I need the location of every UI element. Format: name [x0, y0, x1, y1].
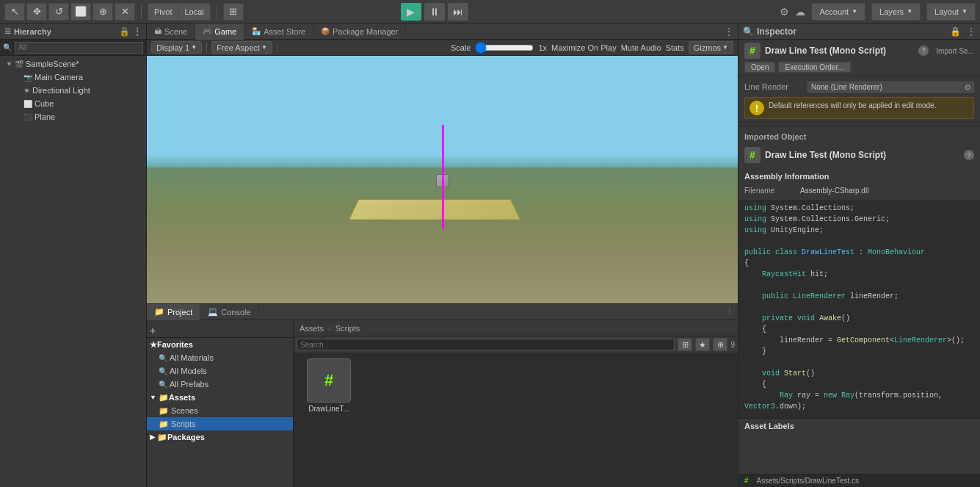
plane-label: Plane — [35, 112, 55, 121]
proj-item-all-prefabs[interactable]: 🔍 All Prefabs — [147, 378, 293, 391]
hier-item-maincamera[interactable]: 📷 Main Camera — [0, 71, 146, 84]
plane-icon: ⬛ — [23, 113, 32, 121]
tool-scale[interactable]: ⬜ — [70, 3, 91, 21]
mute-label[interactable]: Mute Audio — [621, 43, 661, 52]
code-line-5: { — [744, 258, 974, 269]
gear-icon[interactable]: ⚙ — [780, 6, 789, 18]
tab-asset-store[interactable]: 🏪 Asset Store — [244, 24, 313, 40]
asset-drawlinetest[interactable]: # DrawLineT... — [300, 358, 358, 413]
proj-item-all-models[interactable]: 🔍 All Models — [147, 364, 293, 378]
hierarchy-search-input[interactable] — [15, 42, 143, 54]
assets-folder-icon: 📁 — [159, 393, 169, 403]
tool-transform2[interactable]: ✕ — [115, 3, 135, 21]
tab-game[interactable]: 🎮 Game — [195, 24, 244, 40]
filename-key: Filename — [744, 187, 796, 195]
display-dropdown[interactable]: Display 1 ▼ — [151, 41, 202, 54]
favorites-star-icon: ★ — [150, 340, 157, 350]
aspect-dropdown[interactable]: Free Aspect ▼ — [211, 41, 272, 54]
imported-question-icon[interactable]: ? — [964, 150, 974, 160]
stats-label[interactable]: Stats — [666, 43, 684, 52]
tab-scene[interactable]: 🏔 Scene — [147, 24, 195, 40]
samplescene-label: SampleScene* — [26, 59, 79, 68]
toolbar-sep-1 — [206, 43, 207, 53]
hierarchy-panel: ☰ Hierarchy 🔒 ⋮ 🔍 ▼ 🎬 SampleScene* 📷 Mai… — [0, 24, 147, 487]
execution-order-button[interactable]: Execution Order... — [778, 62, 850, 73]
proj-item-scripts[interactable]: 📁 Scripts — [147, 417, 293, 430]
line-renderer-value[interactable]: None (Line Renderer) ⊙ — [807, 82, 974, 93]
project-count: 9 — [730, 341, 735, 349]
hier-item-cube[interactable]: ⬜ Cube — [0, 97, 146, 110]
assets-expand-icon: ▼ — [150, 394, 156, 401]
inspector-title-label: Inspector — [757, 26, 796, 37]
tab-package-manager[interactable]: 📦 Package Manager — [313, 24, 406, 40]
breadcrumb-assets[interactable]: Assets — [300, 324, 324, 333]
tool-transform[interactable]: ↖ — [4, 3, 25, 21]
hierarchy-icon: ☰ — [4, 27, 11, 35]
maximize-label[interactable]: Maximize On Play — [551, 43, 617, 52]
bottom-panel-menu[interactable]: ⋮ — [721, 307, 738, 317]
add-button[interactable]: + — [150, 325, 156, 336]
pause-button[interactable]: ⏸ — [424, 3, 445, 21]
project-tool-2[interactable]: ★ — [695, 338, 710, 351]
open-button[interactable]: Open — [744, 62, 775, 73]
step-button[interactable]: ⏭ — [448, 3, 468, 21]
drawlinetest-label: DrawLineT... — [308, 405, 349, 413]
assembly-section: Assembly Information Filename Assembly-C… — [738, 169, 980, 200]
proj-item-scenes[interactable]: 📁 Scenes — [147, 404, 293, 417]
bottom-tab-console[interactable]: 💻 Console — [200, 304, 258, 320]
local-label[interactable]: Local — [178, 4, 209, 20]
grid-btn[interactable]: ⊞ — [223, 3, 244, 21]
inspector-lock[interactable]: 🔒 — [950, 26, 961, 37]
all-models-icon: 🔍 — [159, 367, 167, 375]
scenes-folder-icon: 📁 — [159, 406, 169, 416]
gizmos-dropdown[interactable]: Gizmos ▼ — [689, 41, 733, 54]
favorites-header[interactable]: ★ Favorites — [147, 338, 293, 351]
line-renderer-picker[interactable]: ⊙ — [965, 83, 970, 91]
packages-header[interactable]: ▶ 📁 Packages — [147, 430, 293, 444]
code-line-3 — [744, 236, 974, 247]
breadcrumb-scripts[interactable]: Scripts — [335, 324, 360, 333]
layers-label: Layers — [879, 7, 904, 16]
imported-object-label: Imported Object — [744, 132, 806, 141]
layers-arrow: ▼ — [907, 8, 912, 15]
assets-header[interactable]: ▼ 📁 Assets — [147, 391, 293, 404]
console-tab-icon: 💻 — [208, 307, 218, 317]
project-tool-1[interactable]: ⊞ — [678, 338, 692, 351]
project-sidebar: + ★ Favorites 🔍 All Materials 🔍 — [147, 320, 294, 487]
samplescene-icon: 🎬 — [15, 60, 23, 68]
play-button[interactable]: ▶ — [401, 3, 421, 21]
code-line-10: private void Awake() — [744, 313, 974, 324]
imported-title-row: # Draw Line Test (Mono Script) ? — [744, 147, 974, 163]
question-icon[interactable]: ? — [918, 46, 929, 56]
layers-dropdown[interactable]: Layers ▼ — [871, 3, 921, 21]
project-search-input[interactable] — [297, 339, 675, 350]
scenes-label: Scenes — [171, 406, 198, 415]
hierarchy-lock[interactable]: 🔒 — [119, 26, 130, 37]
hier-item-samplescene[interactable]: ▼ 🎬 SampleScene* — [0, 57, 146, 71]
tabs-menu-btn[interactable]: ⋮ — [720, 26, 738, 37]
account-dropdown[interactable]: Account ▼ — [811, 3, 865, 21]
code-line-15: void Start() — [744, 368, 974, 379]
hierarchy-menu[interactable]: ⋮ — [133, 26, 142, 37]
hierarchy-tree: ▼ 🎬 SampleScene* 📷 Main Camera ☀ Directi… — [0, 56, 146, 487]
favorites-label: Favorites — [157, 340, 193, 349]
inspector-icon: 🔍 — [743, 26, 754, 37]
inspector-menu[interactable]: ⋮ — [967, 26, 976, 37]
top-right-controls: ⚙ ☁ Account ▼ Layers ▼ Layout ▼ — [780, 3, 976, 21]
pivot-label[interactable]: Pivot — [148, 4, 178, 20]
main-tabs-row: 🏔 Scene 🎮 Game 🏪 Asset Store 📦 Package M… — [147, 24, 738, 40]
bottom-tab-project[interactable]: 📁 Project — [147, 304, 200, 320]
tool-rect[interactable]: ⊕ — [92, 3, 113, 21]
line-renderer-field: Line Render None (Line Renderer) ⊙ — [744, 79, 974, 94]
tool-rotate[interactable]: ↺ — [48, 3, 69, 21]
hier-item-plane[interactable]: ⬛ Plane — [0, 110, 146, 123]
all-materials-icon: 🔍 — [159, 354, 167, 362]
expand-icon-samplescene: ▼ — [6, 60, 15, 68]
hier-item-dirlight[interactable]: ☀ Directional Light — [0, 84, 146, 97]
scale-slider[interactable] — [475, 42, 534, 54]
proj-item-all-materials[interactable]: 🔍 All Materials — [147, 351, 293, 364]
project-tool-3[interactable]: ⊕ — [713, 338, 727, 351]
tool-move[interactable]: ✥ — [26, 3, 47, 21]
layout-dropdown[interactable]: Layout ▼ — [926, 3, 976, 21]
pivot-local-toggle[interactable]: Pivot Local — [148, 3, 211, 21]
